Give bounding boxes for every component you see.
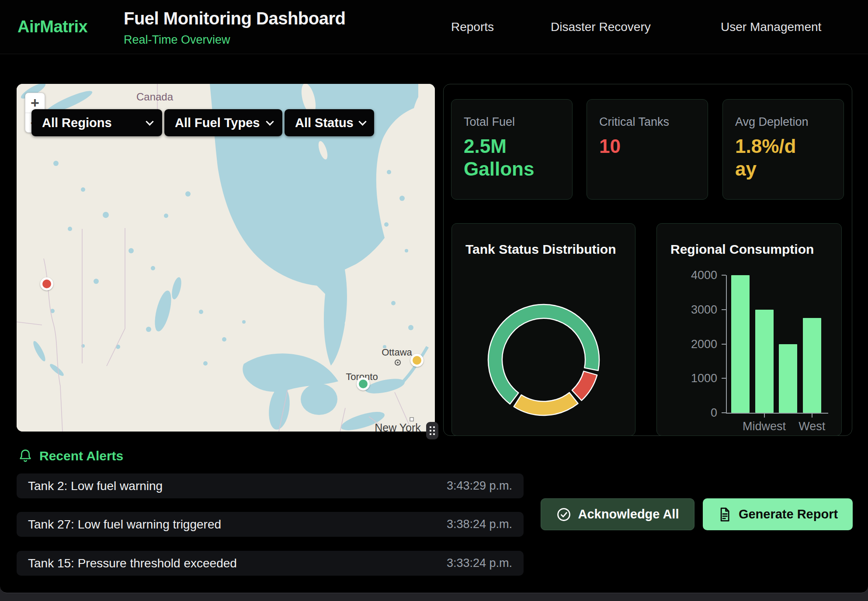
- y-tick-label: 2000: [665, 338, 717, 351]
- stat-value: 10: [599, 135, 665, 158]
- nav-disaster-recovery[interactable]: Disaster Recovery: [551, 20, 651, 34]
- alert-row[interactable]: Tank 27: Low fuel warning triggered 3:38…: [17, 512, 524, 537]
- alert-row[interactable]: Tank 15: Pressure threshold exceeded 3:3…: [17, 551, 524, 576]
- chevron-down-icon: [266, 117, 274, 125]
- overview-panel: Total Fuel 2.5M Gallons Critical Tanks 1…: [443, 84, 852, 436]
- y-tick-mark: [722, 378, 726, 379]
- map-marker-critical[interactable]: [40, 277, 53, 290]
- y-tick-label: 4000: [665, 269, 717, 282]
- bar-3: [803, 318, 821, 413]
- map-town-dot-newyork: [410, 418, 413, 421]
- bell-icon: [18, 448, 32, 464]
- y-axis-line: [726, 275, 727, 414]
- nav-reports[interactable]: Reports: [451, 20, 494, 34]
- status-filter-value: All Status: [295, 116, 354, 130]
- x-tick-label: West: [777, 420, 847, 433]
- app-window: AirMatrix Fuel Monitoring Dashboard Real…: [0, 0, 868, 593]
- status-filter-dropdown[interactable]: All Status: [285, 109, 374, 136]
- fuel-type-filter-value: All Fuel Types: [175, 116, 260, 130]
- chevron-down-icon: [146, 117, 153, 125]
- alert-row[interactable]: Tank 2: Low fuel warning 3:43:29 p.m.: [17, 473, 524, 498]
- alert-text: Tank 27: Low fuel warning triggered: [28, 518, 221, 532]
- alert-timestamp: 3:38:24 p.m.: [447, 518, 512, 531]
- x-axis-line: [726, 413, 828, 414]
- map-marker-warning[interactable]: [410, 354, 424, 367]
- check-circle-icon: [556, 507, 571, 522]
- fuel-type-filter-dropdown[interactable]: All Fuel Types: [164, 109, 282, 136]
- nav-user-management[interactable]: User Management: [721, 20, 821, 34]
- stat-value: 1.8%/day: [735, 135, 801, 180]
- region-filter-dropdown[interactable]: All Regions: [31, 109, 162, 136]
- y-tick-label: 3000: [665, 303, 717, 317]
- x-tick-mark: [812, 414, 812, 418]
- stat-card-avg-depletion: Avg Depletion 1.8%/day: [722, 99, 844, 200]
- map-panel[interactable]: Canada Ottawa Toronto New York + − All R…: [17, 84, 435, 432]
- map-marker-normal[interactable]: [357, 377, 370, 390]
- tank-status-card: Tank Status Distribution: [451, 223, 635, 436]
- y-tick-mark: [722, 412, 726, 413]
- acknowledge-all-label: Acknowledge All: [578, 507, 679, 522]
- screen: AirMatrix Fuel Monitoring Dashboard Real…: [0, 0, 868, 601]
- stat-label: Critical Tanks: [599, 115, 695, 129]
- x-tick-mark: [764, 414, 765, 418]
- alerts-title: Recent Alerts: [39, 449, 123, 463]
- map-town-dot-ottawa-center: [397, 362, 399, 363]
- alert-timestamp: 3:43:29 p.m.: [447, 479, 512, 493]
- map-label-newyork: New York: [375, 421, 421, 432]
- donut-chart-title: Tank Status Distribution: [465, 242, 616, 257]
- stat-card-total-fuel: Total Fuel 2.5M Gallons: [451, 99, 573, 200]
- alert-text: Tank 15: Pressure threshold exceeded: [28, 556, 237, 570]
- region-filter-value: All Regions: [42, 116, 112, 130]
- chevron-down-icon: [358, 117, 366, 125]
- bar-2: [779, 344, 797, 413]
- donut-segment-warning: [514, 393, 578, 415]
- map-lake-huron: [301, 383, 337, 415]
- map-label-ottawa: Ottawa: [382, 347, 412, 358]
- stat-card-critical-tanks: Critical Tanks 10: [587, 99, 708, 200]
- y-tick-label: 0: [665, 406, 717, 420]
- y-tick-mark: [722, 275, 726, 276]
- alert-text: Tank 2: Low fuel warning: [28, 479, 163, 493]
- header: AirMatrix Fuel Monitoring Dashboard Real…: [0, 0, 868, 54]
- map-filters: All Regions All Fuel Types All Status: [31, 109, 374, 136]
- acknowledge-all-button[interactable]: Acknowledge All: [541, 498, 694, 530]
- stat-label: Total Fuel: [464, 115, 560, 129]
- brand-logo: AirMatrix: [17, 17, 87, 36]
- bar-1: [755, 310, 774, 413]
- map-label-country: Canada: [136, 91, 174, 103]
- generate-report-label: Generate Report: [739, 507, 838, 522]
- y-tick-mark: [722, 344, 726, 345]
- bar-0: [731, 275, 750, 413]
- stat-value: 2.5M Gallons: [464, 135, 551, 180]
- alerts-header: Recent Alerts: [18, 448, 123, 464]
- bar-chart: 01000200030004000MidwestWest: [657, 224, 842, 436]
- page-subtitle: Real-Time Overview: [124, 33, 230, 47]
- alert-timestamp: 3:33:24 p.m.: [447, 556, 512, 570]
- y-tick-label: 1000: [665, 372, 717, 385]
- regional-consumption-card: Regional Consumption 01000200030004000Mi…: [656, 223, 842, 436]
- generate-report-button[interactable]: Generate Report: [703, 498, 853, 530]
- resize-handle-icon[interactable]: [426, 422, 438, 439]
- donut-segment-critical: [572, 371, 597, 401]
- y-tick-mark: [722, 309, 726, 310]
- page-title: Fuel Monitoring Dashboard: [124, 9, 345, 28]
- document-icon: [718, 507, 732, 522]
- stat-label: Avg Depletion: [735, 115, 831, 129]
